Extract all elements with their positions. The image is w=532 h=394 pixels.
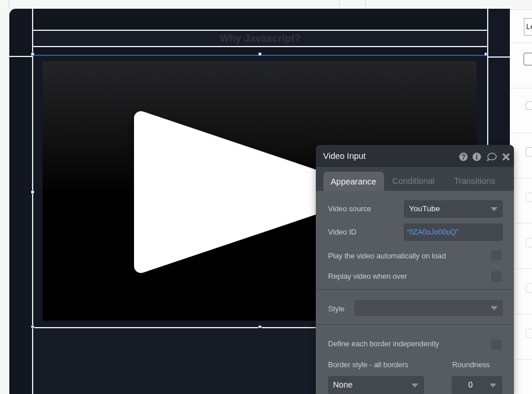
svg-text:?: ? [461,153,466,161]
svg-text:i: i [475,153,478,161]
